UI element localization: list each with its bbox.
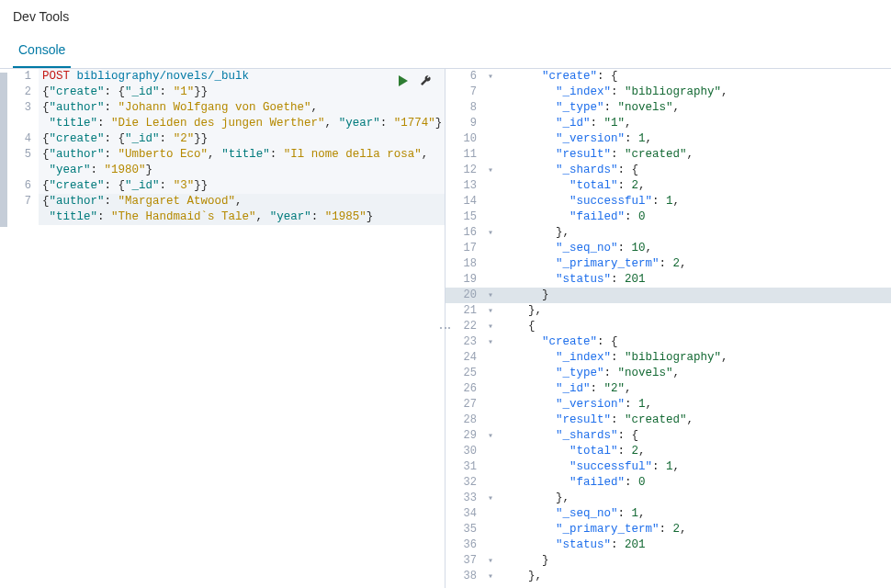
response-viewer[interactable]: 6▾ "create": {7 "_index": "bibliography"… xyxy=(446,69,891,588)
editor-line[interactable]: 4{"create": {"_id": "2"}} xyxy=(0,131,445,147)
editor-line[interactable]: 22▾ { xyxy=(446,319,891,334)
fold-toggle[interactable]: ▾ xyxy=(484,334,497,350)
tab-console[interactable]: Console xyxy=(13,37,71,68)
fold-toggle[interactable]: ▾ xyxy=(484,553,497,569)
line-number: 8 xyxy=(446,100,484,116)
fold-toggle[interactable]: ▾ xyxy=(484,428,497,444)
line-number: 16 xyxy=(446,225,484,241)
editor-line[interactable]: 18 "_primary_term": 2, xyxy=(446,256,891,272)
editor-line[interactable]: 24 "_index": "bibliography", xyxy=(446,350,891,366)
editor-line[interactable]: 33▾ }, xyxy=(446,491,891,506)
fold-toggle[interactable]: ▾ xyxy=(484,491,497,506)
editor-line[interactable]: 2{"create": {"_id": "1"}} xyxy=(0,85,445,100)
line-number: 17 xyxy=(446,241,484,256)
editor-line[interactable]: 30 "total": 2, xyxy=(446,444,891,459)
line-number: 29 xyxy=(446,428,484,444)
fold-toggle[interactable]: ▾ xyxy=(484,163,497,178)
editor-line[interactable]: 36 "status": 201 xyxy=(446,537,891,553)
fold-toggle[interactable]: ▾ xyxy=(484,319,497,334)
line-number: 30 xyxy=(446,444,484,459)
editor-line[interactable]: 38▾ }, xyxy=(446,569,891,584)
editor-line[interactable]: 29▾ "_shards": { xyxy=(446,428,891,444)
line-number: 10 xyxy=(446,131,484,147)
line-number: 33 xyxy=(446,491,484,506)
line-number: 34 xyxy=(446,506,484,522)
editor-line[interactable]: 26 "_id": "2", xyxy=(446,381,891,397)
editor-line[interactable]: 16▾ }, xyxy=(446,225,891,241)
editor-line[interactable]: "year": "1980"} xyxy=(0,163,445,178)
line-number: 26 xyxy=(446,381,484,397)
line-number: 6 xyxy=(446,69,484,85)
editor-line[interactable]: 28 "result": "created", xyxy=(446,413,891,428)
editor-line[interactable]: 20▾ } xyxy=(446,288,891,303)
line-number: 12 xyxy=(446,163,484,178)
line-number: 24 xyxy=(446,350,484,366)
fold-toggle[interactable]: ▾ xyxy=(484,288,497,303)
editor-line[interactable]: 13 "total": 2, xyxy=(446,178,891,194)
editor-line[interactable]: 32 "failed": 0 xyxy=(446,475,891,491)
editor-line[interactable]: 10 "_version": 1, xyxy=(446,131,891,147)
fold-toggle[interactable]: ▾ xyxy=(484,303,497,319)
editor-line[interactable]: 6{"create": {"_id": "3"}} xyxy=(0,178,445,194)
editor-line[interactable]: 1POST bibliography/novels/_bulk xyxy=(0,69,445,85)
editor-line[interactable]: 12▾ "_shards": { xyxy=(446,163,891,178)
tabs: Console xyxy=(13,37,878,68)
editor-line[interactable]: 25 "_type": "novels", xyxy=(446,366,891,381)
editor-line[interactable]: 15 "failed": 0 xyxy=(446,209,891,225)
line-number: 19 xyxy=(446,272,484,288)
editor-line[interactable]: 14 "successful": 1, xyxy=(446,194,891,209)
editor-line[interactable]: 27 "_version": 1, xyxy=(446,397,891,413)
line-number: 38 xyxy=(446,569,484,584)
editor-line[interactable]: 31 "successful": 1, xyxy=(446,459,891,475)
page-title: Dev Tools xyxy=(13,9,878,24)
wrench-icon[interactable] xyxy=(419,74,432,90)
editor-line[interactable]: "title": "The Handmaid`s Tale", "year": … xyxy=(0,209,445,225)
editor-line[interactable]: 8 "_type": "novels", xyxy=(446,100,891,116)
line-number: 35 xyxy=(446,522,484,537)
line-number: 14 xyxy=(446,194,484,209)
editor-line[interactable]: 11 "result": "created", xyxy=(446,147,891,163)
line-number: 37 xyxy=(446,553,484,569)
editor-line[interactable]: 37▾ } xyxy=(446,553,891,569)
fold-toggle[interactable]: ▾ xyxy=(484,69,497,85)
pane-resize-handle[interactable]: ⋮ xyxy=(437,316,454,342)
line-number: 20 xyxy=(446,288,484,303)
line-number: 11 xyxy=(446,147,484,163)
line-number: 7 xyxy=(446,85,484,100)
editor-line[interactable]: 35 "_primary_term": 2, xyxy=(446,522,891,537)
editor-line[interactable]: 19 "status": 201 xyxy=(446,272,891,288)
request-editor[interactable]: 1POST bibliography/novels/_bulk2{"create… xyxy=(0,69,446,588)
editor-line[interactable]: 23▾ "create": { xyxy=(446,334,891,350)
request-toolbar xyxy=(397,74,432,90)
play-icon[interactable] xyxy=(397,74,410,90)
line-number: 28 xyxy=(446,413,484,428)
editor-line[interactable]: 6▾ "create": { xyxy=(446,69,891,85)
fold-toggle[interactable]: ▾ xyxy=(484,569,497,584)
line-number: 25 xyxy=(446,366,484,381)
editor-line[interactable]: 3{"author": "Johann Wolfgang von Goethe"… xyxy=(0,100,445,116)
editor-line[interactable]: 9 "_id": "1", xyxy=(446,116,891,131)
editor-line[interactable]: 17 "_seq_no": 10, xyxy=(446,241,891,256)
editor-line[interactable]: 7{"author": "Margaret Atwood", xyxy=(0,194,445,209)
editor-line[interactable]: 5{"author": "Umberto Eco", "title": "Il … xyxy=(0,147,445,163)
editor-line[interactable]: 34 "_seq_no": 1, xyxy=(446,506,891,522)
line-number: 13 xyxy=(446,178,484,194)
editor-line[interactable]: "title": "Die Leiden des jungen Werther"… xyxy=(0,116,445,131)
line-number: 36 xyxy=(446,537,484,553)
line-number: 15 xyxy=(446,209,484,225)
line-number: 18 xyxy=(446,256,484,272)
line-number: 9 xyxy=(446,116,484,131)
editor-line[interactable]: 21▾ }, xyxy=(446,303,891,319)
line-number: 31 xyxy=(446,459,484,475)
editor-line[interactable]: 7 "_index": "bibliography", xyxy=(446,85,891,100)
fold-toggle[interactable]: ▾ xyxy=(484,225,497,241)
line-number: 32 xyxy=(446,475,484,491)
line-number: 27 xyxy=(446,397,484,413)
